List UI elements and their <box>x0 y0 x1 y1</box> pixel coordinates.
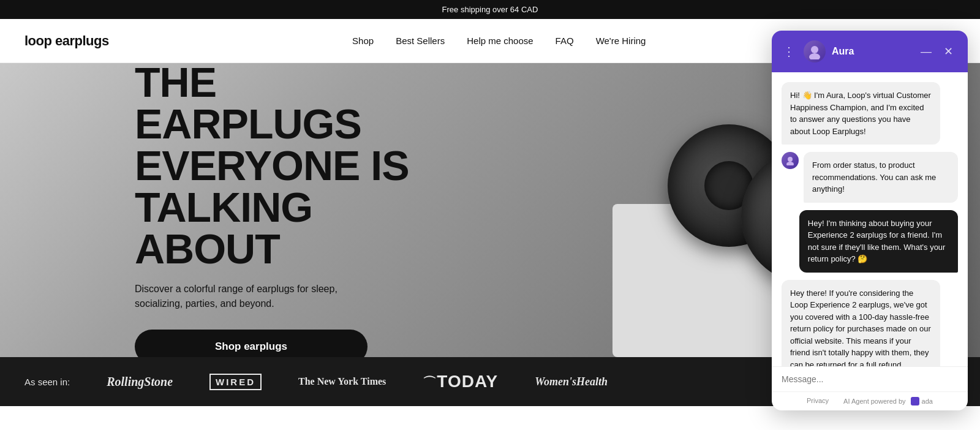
chat-avatar-small <box>782 152 799 169</box>
svg-point-7 <box>786 162 794 165</box>
nyt-logo: The New York Times <box>298 376 386 387</box>
hero-title-line2: EVERYONE IS TALKING ABOUT <box>135 142 409 272</box>
chat-privacy-link[interactable]: Privacy <box>807 397 829 405</box>
press-label: As seen in: <box>24 377 70 387</box>
chat-close-button[interactable]: ✕ <box>940 43 957 60</box>
womens-health-logo: Women'sHealth <box>535 375 608 388</box>
shop-earplugs-button[interactable]: Shop earplugs <box>135 330 368 358</box>
chat-menu-icon[interactable]: ⋮ <box>783 44 795 59</box>
today-logo: TODAY <box>423 372 498 392</box>
today-arch <box>423 374 437 392</box>
chat-header: ⋮ Aura — ✕ <box>772 31 968 72</box>
logo[interactable]: loop earplugs <box>24 33 109 49</box>
hero-cta: Shop earplugs ↺ 100-day money-back guara… <box>135 330 429 358</box>
chat-header-actions: — ✕ <box>918 43 957 60</box>
hero-content: ★★★★★ 10M+ happy customers THE EARPLUGS … <box>0 63 429 357</box>
nav-faq[interactable]: FAQ <box>556 36 574 46</box>
hero-subtitle: Discover a colorful range of earplugs fo… <box>135 282 429 311</box>
svg-point-4 <box>811 46 818 53</box>
chat-message-1: Hi! 👋 I'm Aura, Loop's virtual Customer … <box>782 82 940 145</box>
svg-point-6 <box>788 157 793 162</box>
banner-text: Free shipping over 64 CAD <box>442 5 538 14</box>
chat-message-2: From order status, to product recommenda… <box>804 152 958 203</box>
chat-messages: Hi! 👋 I'm Aura, Loop's virtual Customer … <box>772 72 968 366</box>
nav-best-sellers[interactable]: Best Sellers <box>396 36 445 46</box>
chat-message-4: Hey there! If you're considering the Loo… <box>782 280 940 367</box>
powered-by-text: AI Agent powered by <box>843 398 906 405</box>
chat-minimize-button[interactable]: — <box>918 43 935 60</box>
main-nav: Shop Best Sellers Help me choose FAQ We'… <box>352 36 646 46</box>
top-banner: Free shipping over 64 CAD <box>0 0 980 19</box>
chat-input-area <box>772 366 968 391</box>
chat-footer: Privacy AI Agent powered by ada <box>772 391 968 406</box>
chat-agent-name: Aura <box>832 46 911 57</box>
powered-by-ada: AI Agent powered by ada <box>843 397 933 405</box>
svg-rect-8 <box>911 397 919 405</box>
svg-point-5 <box>809 53 820 59</box>
nav-hiring[interactable]: We're Hiring <box>596 36 646 46</box>
nav-shop[interactable]: Shop <box>352 36 374 46</box>
rolling-stone-logo: RollingStone <box>107 375 173 389</box>
chat-input[interactable] <box>782 374 958 384</box>
chat-message-3: Hey! I'm thinking about buying your Expe… <box>799 210 958 273</box>
nav-help-choose[interactable]: Help me choose <box>467 36 533 46</box>
chat-message-2-row: From order status, to product recommenda… <box>782 152 958 203</box>
ada-label: ada <box>922 398 933 405</box>
hero-title-line1: THE EARPLUGS <box>135 63 361 147</box>
wired-logo: WIRED <box>209 374 262 390</box>
hero-title: THE EARPLUGS EVERYONE IS TALKING ABOUT <box>135 63 429 270</box>
chat-agent-avatar <box>804 40 826 62</box>
chat-widget: ⋮ Aura — ✕ Hi! 👋 I'm Aura, Loop's virtua… <box>772 31 968 406</box>
